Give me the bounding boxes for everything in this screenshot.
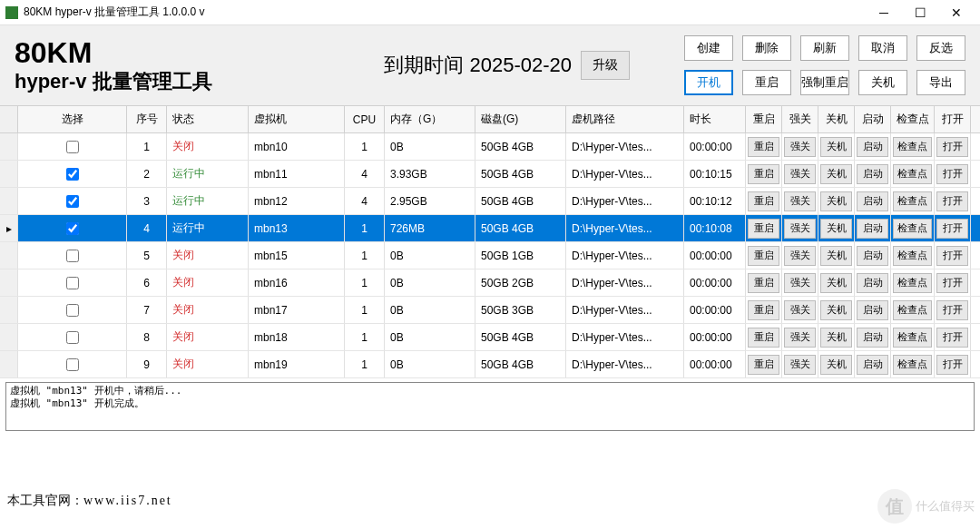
action-button-取消[interactable]: 取消 — [858, 35, 907, 61]
row-button-启动[interactable]: 启动 — [857, 191, 888, 211]
row-checkbox[interactable] — [66, 141, 79, 153]
row-button-重启[interactable]: 重启 — [748, 164, 779, 184]
row-checkbox[interactable] — [66, 331, 79, 344]
row-button-重启[interactable]: 重启 — [748, 137, 779, 157]
upgrade-button[interactable]: 升级 — [581, 51, 630, 80]
action-button-反选[interactable]: 反选 — [916, 35, 965, 61]
table-row[interactable]: 2运行中mbn1143.93GB50GB 4GBD:\Hyper-V\tes..… — [0, 161, 980, 188]
row-checkbox[interactable] — [66, 168, 79, 181]
row-button-强关[interactable]: 强关 — [784, 273, 816, 293]
row-checkbox[interactable] — [66, 277, 79, 289]
row-button-检查点[interactable]: 检查点 — [893, 137, 932, 157]
row-checkbox[interactable] — [66, 195, 79, 208]
row-button-启动[interactable]: 启动 — [857, 246, 888, 266]
row-button-打开[interactable]: 打开 — [936, 328, 968, 348]
row-button-打开[interactable]: 打开 — [936, 219, 968, 239]
col-shutdown[interactable]: 关机 — [818, 106, 855, 132]
row-button-强关[interactable]: 强关 — [784, 355, 816, 375]
row-button-关机[interactable]: 关机 — [820, 300, 852, 320]
row-button-强关[interactable]: 强关 — [784, 328, 816, 348]
col-mem[interactable]: 内存（G） — [385, 106, 475, 132]
row-button-检查点[interactable]: 检查点 — [893, 164, 932, 184]
row-button-关机[interactable]: 关机 — [820, 219, 852, 239]
row-button-打开[interactable]: 打开 — [936, 300, 968, 320]
action-button-导出[interactable]: 导出 — [916, 70, 965, 95]
row-button-检查点[interactable]: 检查点 — [893, 273, 932, 293]
row-checkbox[interactable] — [66, 222, 79, 235]
col-select[interactable]: 选择 — [18, 106, 127, 132]
row-button-关机[interactable]: 关机 — [820, 246, 852, 266]
row-button-打开[interactable]: 打开 — [936, 191, 968, 211]
row-button-启动[interactable]: 启动 — [857, 219, 888, 239]
row-button-关机[interactable]: 关机 — [820, 137, 852, 157]
action-button-开机[interactable]: 开机 — [684, 70, 733, 95]
col-time[interactable]: 时长 — [684, 106, 746, 132]
col-force[interactable]: 强关 — [782, 106, 818, 132]
row-button-强关[interactable]: 强关 — [784, 191, 816, 211]
row-button-重启[interactable]: 重启 — [748, 328, 779, 348]
row-button-强关[interactable]: 强关 — [784, 164, 816, 184]
row-button-启动[interactable]: 启动 — [857, 355, 888, 375]
col-status[interactable]: 状态 — [167, 106, 249, 132]
row-button-检查点[interactable]: 检查点 — [893, 191, 932, 211]
table-row[interactable]: 9关闭mbn1910B50GB 4GBD:\Hyper-V\tes...00:0… — [0, 351, 980, 378]
close-button[interactable]: ✕ — [938, 2, 975, 24]
row-button-关机[interactable]: 关机 — [820, 273, 852, 293]
col-seq[interactable]: 序号 — [127, 106, 167, 132]
row-button-关机[interactable]: 关机 — [820, 164, 852, 184]
row-checkbox[interactable] — [66, 250, 79, 262]
action-button-刷新[interactable]: 刷新 — [800, 35, 849, 61]
row-button-检查点[interactable]: 检查点 — [893, 300, 932, 320]
col-start[interactable]: 启动 — [855, 106, 891, 132]
row-button-检查点[interactable]: 检查点 — [893, 219, 932, 239]
action-button-重启[interactable]: 重启 — [742, 70, 791, 95]
row-checkbox[interactable] — [66, 304, 79, 317]
table-row[interactable]: 6关闭mbn1610B50GB 2GBD:\Hyper-V\tes...00:0… — [0, 269, 980, 297]
row-checkbox[interactable] — [66, 358, 79, 371]
row-button-启动[interactable]: 启动 — [857, 328, 888, 348]
col-restart[interactable]: 重启 — [746, 106, 782, 132]
action-button-强制重启[interactable]: 强制重启 — [800, 70, 849, 95]
row-button-重启[interactable]: 重启 — [748, 191, 779, 211]
row-button-启动[interactable]: 启动 — [857, 164, 888, 184]
row-button-重启[interactable]: 重启 — [748, 219, 779, 239]
table-row[interactable]: 7关闭mbn1710B50GB 3GBD:\Hyper-V\tes...00:0… — [0, 297, 980, 324]
row-button-重启[interactable]: 重启 — [748, 300, 779, 320]
row-button-强关[interactable]: 强关 — [784, 300, 816, 320]
row-button-检查点[interactable]: 检查点 — [893, 328, 932, 348]
table-row[interactable]: 5关闭mbn1510B50GB 1GBD:\Hyper-V\tes...00:0… — [0, 242, 980, 269]
table-row[interactable]: ▸4运行中mbn131726MB50GB 4GBD:\Hyper-V\tes..… — [0, 215, 980, 242]
table-row[interactable]: 8关闭mbn1810B50GB 4GBD:\Hyper-V\tes...00:0… — [0, 324, 980, 351]
row-button-强关[interactable]: 强关 — [784, 137, 816, 157]
row-button-强关[interactable]: 强关 — [784, 246, 816, 266]
minimize-button[interactable]: ─ — [866, 2, 902, 24]
table-row[interactable]: 1关闭mbn1010B50GB 4GBD:\Hyper-V\tes...00:0… — [0, 133, 980, 161]
row-button-关机[interactable]: 关机 — [820, 328, 852, 348]
row-button-重启[interactable]: 重启 — [748, 246, 779, 266]
row-button-重启[interactable]: 重启 — [748, 273, 779, 293]
col-open[interactable]: 打开 — [935, 106, 971, 132]
col-checkpoint[interactable]: 检查点 — [891, 106, 935, 132]
row-button-关机[interactable]: 关机 — [820, 191, 852, 211]
action-button-关机[interactable]: 关机 — [858, 70, 907, 95]
row-button-启动[interactable]: 启动 — [857, 273, 888, 293]
row-button-检查点[interactable]: 检查点 — [893, 355, 932, 375]
row-button-启动[interactable]: 启动 — [857, 300, 888, 320]
col-path[interactable]: 虚机路径 — [566, 106, 684, 132]
col-cpu[interactable]: CPU — [345, 106, 385, 132]
col-name[interactable]: 虚拟机 — [249, 106, 345, 132]
row-button-重启[interactable]: 重启 — [748, 355, 779, 375]
maximize-button[interactable]: ☐ — [902, 2, 938, 24]
footer-url[interactable]: www.iis7.net — [83, 494, 172, 507]
row-button-启动[interactable]: 启动 — [857, 137, 888, 157]
action-button-删除[interactable]: 删除 — [742, 35, 791, 61]
row-button-打开[interactable]: 打开 — [936, 355, 968, 375]
row-button-打开[interactable]: 打开 — [936, 246, 968, 266]
row-button-检查点[interactable]: 检查点 — [893, 246, 932, 266]
row-button-打开[interactable]: 打开 — [936, 273, 968, 293]
row-button-打开[interactable]: 打开 — [936, 164, 968, 184]
row-button-打开[interactable]: 打开 — [936, 137, 968, 157]
table-row[interactable]: 3运行中mbn1242.95GB50GB 4GBD:\Hyper-V\tes..… — [0, 188, 980, 215]
col-disk[interactable]: 磁盘(G) — [475, 106, 566, 132]
action-button-创建[interactable]: 创建 — [684, 35, 733, 61]
